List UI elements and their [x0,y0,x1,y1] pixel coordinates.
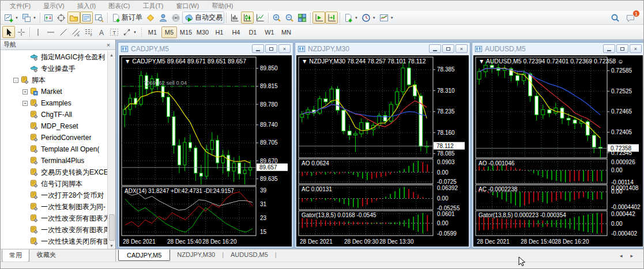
scroll-down-icon[interactable]: ▼ [110,242,114,249]
scrollbar-thumb[interactable] [109,214,115,241]
dropdown-caret[interactable]: ▼ [133,31,137,34]
chat-button[interactable]: 1 [624,12,637,24]
chart-area[interactable]: 0.725850.725250.724650.724050.723450.723… [473,55,643,247]
scroll-up-icon[interactable]: ▲ [110,51,114,58]
tree-item-5[interactable]: ChgTF-All [1,109,115,120]
vertical-line-tool-button[interactable] [32,26,44,38]
menu-item-4[interactable]: 工具(T) [137,1,169,11]
chart-area[interactable]: 78.38578.31078.23578.16078.08578.112▼ NZ… [296,55,469,247]
chart-area[interactable]: 89.85089.81589.78089.74089.70589.67089.6… [119,55,292,247]
tree-item-8[interactable]: Template All Open( [1,143,115,155]
new-chart-button[interactable]: ▼ [2,12,20,24]
chart-shift-button[interactable] [325,12,338,24]
menu-item-2[interactable]: 插入(I) [71,1,101,11]
text-tool-button[interactable]: A [95,26,108,38]
menu-item-6[interactable]: 帮助(H) [206,1,239,11]
new-order-button[interactable]: 新订单 [110,12,144,24]
data-window-button[interactable] [55,12,67,24]
timeframe-button-m30[interactable]: M30 [195,26,210,38]
tree-item-1[interactable]: 专业操盘手 [1,63,115,74]
tile-windows-button[interactable] [296,12,308,24]
tree-item-3[interactable]: +Market [1,86,115,97]
dropdown-caret[interactable]: ▼ [372,16,376,20]
tree-item-13[interactable]: 一次性复制图表为同- [1,201,115,213]
restore-button[interactable] [616,44,628,53]
cursor-tool-button[interactable] [2,26,15,38]
tree-item-14[interactable]: 一次性改变所有图表为 [1,213,115,224]
minimize-button[interactable] [603,44,615,53]
tree-item-15[interactable]: 一次性改变所有图表周 [1,224,115,236]
tree-expander[interactable]: + [22,89,28,94]
bar-chart-type-button[interactable] [228,12,241,24]
close-button[interactable]: × [278,44,291,53]
profiles-button[interactable]: ▼ [20,12,38,24]
timeframe-button-d1[interactable]: D1 [245,26,261,38]
channel-tool-button[interactable]: E [70,26,82,38]
chart-tab-audusd-m5[interactable]: AUDUSD,M5 [224,249,275,260]
window-titlebar[interactable]: AUDUSD,M5 × [472,43,643,55]
templates-button[interactable]: ▼ [378,12,396,24]
timeframe-button-m15[interactable]: M15 [178,26,194,38]
chart-window-audusd[interactable]: AUDUSD,M5 × 0.725850.725250.724650.72405… [472,42,643,248]
zoom-out-button[interactable] [283,12,296,24]
restore-button[interactable] [442,44,454,53]
metaeditor-button[interactable] [144,12,157,24]
dropdown-caret[interactable]: ▼ [390,16,394,20]
close-button[interactable]: × [455,44,468,53]
timeframe-button-h1[interactable]: H1 [212,26,227,38]
tree-item-9[interactable]: Terminal4Plus [1,155,115,166]
navigator-tab-0[interactable]: 常用 [2,249,29,262]
timeframe-button-m1[interactable]: M1 [145,26,160,38]
menu-item-0[interactable]: 文件(F) [4,1,36,11]
autotrading-button[interactable]: 自动交易 [182,12,224,24]
menu-item-3[interactable]: 图表(C) [103,1,135,11]
community-button[interactable] [157,12,170,24]
indicators-button[interactable]: ▼ [342,12,360,24]
menu-item-1[interactable]: 显示(V) [37,1,70,11]
chart-tab-nzdjpy-m30[interactable]: NZDJPY,M30 [170,249,222,260]
periods-button[interactable]: ▼ [360,12,378,24]
auto-scroll-button[interactable] [312,12,325,24]
navigator-scrollbar[interactable]: ▲ ▼ [107,51,115,249]
terminal-button[interactable] [80,12,93,24]
minimize-button[interactable] [429,44,441,53]
tree-item-6[interactable]: MDP_Reset [1,120,115,132]
dropdown-caret[interactable]: ▼ [355,16,358,20]
close-button[interactable]: × [630,44,642,53]
timeframe-button-h4[interactable]: H4 [228,26,244,38]
restore-button[interactable] [265,44,277,53]
tree-item-10[interactable]: 交易历史转换为EXCE [1,166,115,178]
window-titlebar[interactable]: CADJPY,M5 × [118,43,293,55]
crosshair-tool-button[interactable] [15,26,28,38]
timeframe-button-m5[interactable]: M5 [161,26,177,38]
tree-expander[interactable]: + [22,101,28,106]
tree-expander[interactable]: - [13,78,18,83]
zoom-in-button[interactable] [270,12,283,24]
tree-item-0[interactable]: 指定MAGIC持仓盈利 [1,51,115,63]
strategy-tester-button[interactable] [93,12,106,24]
menu-item-5[interactable]: 窗口(W) [170,1,205,11]
tab-scroll-right-icon[interactable]: ▸ [630,253,633,259]
market-watch-button[interactable] [42,12,55,24]
fibonacci-tool-button[interactable]: F [82,26,95,38]
tree-item-12[interactable]: 一次打开28个货币对 [1,190,115,201]
tree-item-2[interactable]: -脚本 [1,74,115,86]
dropdown-caret[interactable]: ▼ [15,16,18,20]
tree-item-16[interactable]: 一次性快速关闭所有图 [1,236,115,247]
navigator-close-icon[interactable]: × [104,41,112,48]
chart-window-nzdjpy[interactable]: NZDJPY,M30 × 78.38578.31078.23578.16078.… [295,42,470,248]
window-titlebar[interactable]: NZDJPY,M30 × [295,43,470,55]
tree-item-7[interactable]: PeriodConverter [1,132,115,143]
chart-tab-cadjpy-m5[interactable]: CADJPY,M5 [118,249,170,261]
arrows-tool-button[interactable]: ▼ [120,26,138,38]
horizontal-line-tool-button[interactable] [44,26,57,38]
candlestick-chart-type-button[interactable] [241,12,254,24]
tree-item-4[interactable]: +Examples [1,97,115,109]
dropdown-caret[interactable]: ▼ [33,16,36,20]
signals-button[interactable] [170,12,182,24]
minimize-button[interactable] [252,44,264,53]
chart-window-cadjpy[interactable]: CADJPY,M5 × 89.85089.81589.78089.74089.7… [118,42,293,248]
timeframe-button-mn[interactable]: MN [278,26,294,38]
line-chart-type-button[interactable] [254,12,266,24]
search-button[interactable] [609,12,622,24]
